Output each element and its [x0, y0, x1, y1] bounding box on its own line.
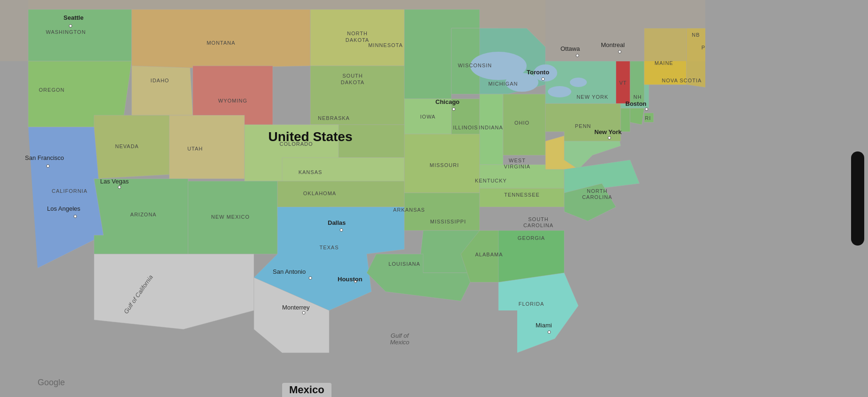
mexico-label: Mexico [282, 383, 331, 397]
state-pa [545, 103, 621, 141]
label-ns: NOVA SCOTIA [662, 78, 702, 83]
scrollbar[interactable] [851, 151, 864, 246]
state-ut [169, 115, 245, 179]
city-label-ottawa: Ottawa [560, 45, 580, 52]
label-tn: TENNESSEE [504, 192, 540, 198]
city-label-sf: San Francisco [25, 154, 64, 161]
label-pe: PE [702, 45, 705, 50]
google-attribution: Google [38, 378, 65, 388]
label-ri: RI [645, 115, 651, 121]
label-fl: FLORIDA [519, 301, 544, 307]
city-dot-miami [548, 331, 551, 333]
label-wy: WYOMING [218, 98, 247, 103]
mexico [94, 254, 254, 329]
label-ut: UTAH [187, 146, 203, 151]
label-az: ARIZONA [130, 212, 157, 217]
label-il: ILLINOIS [453, 125, 478, 130]
label-pa: PENN [575, 123, 592, 129]
label-mt: MONTANA [206, 40, 235, 46]
label-ks: KANSAS [299, 169, 323, 175]
city-label-montreal: Montreal [601, 41, 625, 48]
city-label-monterrey: Monterrey [282, 304, 310, 311]
label-ny: NEW YORK [576, 94, 608, 100]
label-ia: IOWA [420, 114, 436, 119]
state-tn [480, 188, 564, 207]
label-ok: OKLAHOMA [303, 191, 336, 196]
city-dot-chicago [452, 108, 455, 111]
label-nv: NEVADA [115, 143, 139, 149]
state-ct [630, 108, 644, 125]
city-dot-san-antonio [309, 277, 312, 279]
city-dot-new-york [608, 136, 611, 139]
label-wv1: WEST [509, 158, 526, 163]
city-label-seattle: Seattle [63, 14, 84, 21]
country-label: United States [268, 129, 353, 144]
label-nc2: CAROLINA [582, 194, 612, 200]
label-sd1: SOUTH [342, 73, 363, 79]
state-mt [132, 9, 310, 68]
label-oh: OHIO [514, 120, 529, 126]
label-ar: ARKANSAS [393, 207, 425, 213]
label-ca: CALIFORNIA [52, 188, 87, 194]
city-label-chicago: Chicago [435, 98, 459, 105]
lake-ontario [570, 78, 587, 87]
city-dot-monterrey [302, 311, 305, 314]
label-sc1: SOUTH [528, 216, 549, 222]
label-wv2: VIRGINIA [504, 164, 530, 169]
city-dot-montreal [618, 50, 621, 53]
city-dot-toronto [542, 78, 544, 80]
label-vt: VT [619, 80, 627, 86]
water-label-gulf-mexico: Gulf of [391, 332, 410, 339]
city-label-dallas: Dallas [328, 219, 346, 226]
label-id: IDAHO [150, 78, 169, 83]
label-ga: GEORGIA [518, 235, 545, 241]
svg-rect-1 [0, 0, 28, 66]
city-dot-seattle [69, 24, 72, 27]
label-nm: NEW MEXICO [211, 214, 250, 220]
label-mo: MISSOURI [430, 162, 459, 168]
label-ky: KENTUCKY [475, 178, 507, 183]
water-label-gulf-mexico2: Mexico [390, 339, 409, 346]
city-label-boston: Boston [625, 100, 647, 107]
label-in: INDIANA [479, 125, 503, 130]
lake-erie [548, 86, 571, 97]
city-label-las-vegas: Las Vegas [100, 178, 129, 185]
city-label-miami: Miami [536, 322, 552, 329]
state-ca [28, 127, 103, 268]
label-la: LOUISIANA [388, 261, 420, 267]
city-dot-la [74, 215, 77, 218]
label-nd: NORTH [347, 31, 368, 36]
label-or: OREGON [39, 87, 65, 93]
label-wa: WASHINGTON [46, 29, 86, 35]
city-label-new-york: New York [594, 128, 622, 135]
label-nd2: DAKOTA [346, 37, 369, 43]
label-me: MAINE [655, 60, 673, 66]
label-tx: TEXAS [319, 245, 339, 250]
city-label-toronto: Toronto [527, 69, 549, 76]
city-label-houston: Houston [338, 276, 363, 283]
city-dot-ottawa [576, 54, 579, 57]
map-container: WASHINGTON OREGON CALIFORNIA NEVADA ARIZ… [0, 0, 868, 397]
region-nb [687, 28, 705, 94]
state-nj [621, 108, 630, 132]
city-dot-san-francisco [47, 165, 49, 167]
label-ms: MISSISSIPPI [430, 219, 466, 224]
city-dot-boston [645, 108, 648, 111]
label-al: ALABAMA [475, 252, 503, 257]
label-mi: MICHIGAN [489, 81, 518, 87]
label-wi: WISCONSIN [458, 63, 492, 68]
label-nb: NB [692, 32, 700, 38]
label-nc1: NORTH [587, 188, 608, 194]
city-label-la: Los Angeles [47, 205, 80, 212]
label-sd2: DAKOTA [341, 79, 364, 85]
label-mn: MINNESOTA [368, 42, 403, 48]
label-nh: NH [633, 94, 642, 100]
label-sc2: CAROLINA [523, 222, 553, 228]
city-dot-las-vegas [118, 186, 121, 189]
label-ne: NEBRASKA [318, 115, 350, 121]
city-dot-dallas [340, 229, 343, 231]
city-label-san-antonio: San Antonio [273, 268, 306, 275]
